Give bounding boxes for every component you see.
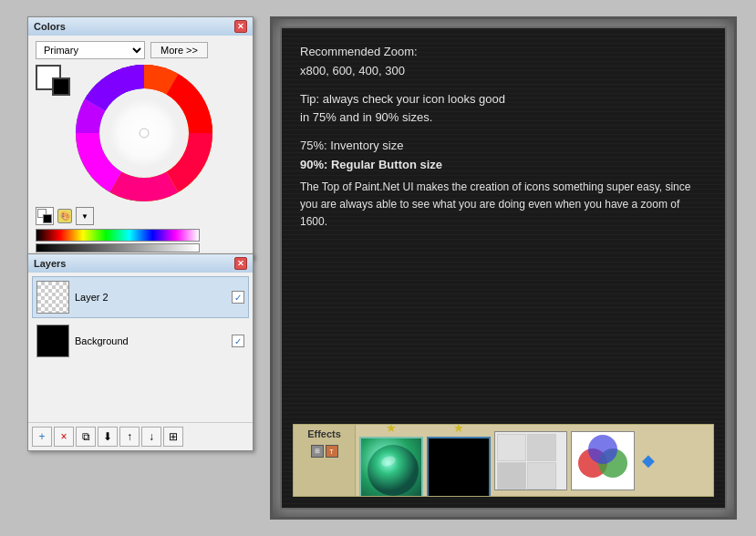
fx-grid-icon: ⊞: [311, 445, 324, 458]
layer-2-name: Layer 2: [75, 292, 226, 303]
colors-close-button[interactable]: ✕: [234, 20, 247, 33]
effects-label: Effects: [307, 428, 341, 439]
layer-bg-thumbnail: [36, 325, 69, 357]
green-orb-image: [359, 437, 423, 498]
color-picker-icon[interactable]: 🎨: [57, 209, 72, 223]
layer-2-thumbnail: [36, 281, 69, 314]
svg-point-4: [368, 445, 419, 496]
colors-content: Primary More >>: [28, 36, 253, 258]
small-panels-image: [494, 431, 567, 490]
duplicate-layer-button[interactable]: ⧉: [76, 427, 96, 447]
bottom-controls: 🎨 ▼: [36, 207, 245, 225]
svg-point-1: [109, 98, 179, 168]
layers-empty-area: [32, 364, 249, 418]
primary-color-select[interactable]: Primary: [36, 41, 145, 59]
black-white-reset[interactable]: [36, 207, 54, 225]
color-wheel-area: [36, 65, 245, 201]
merge-layer-button[interactable]: ⬇: [98, 427, 118, 447]
description-text: The Top of Paint.Net UI makes the creati…: [300, 179, 707, 232]
layers-panel: Layers ✕ Layer 2 ✓ Background ✓ + × ⧉ ⬇ …: [27, 253, 254, 451]
color-circles-image: [571, 431, 635, 490]
color-wheel-svg[interactable]: [76, 65, 212, 201]
layers-titlebar: Layers ✕: [28, 254, 253, 273]
canvas-inner: Recommended Zoom: x800, 600, 400, 300 Ti…: [280, 26, 727, 510]
move-layer-up-button[interactable]: ↑: [119, 427, 140, 447]
diamond-area: ◆: [638, 450, 655, 470]
delete-layer-button[interactable]: ×: [54, 427, 74, 447]
layer-background[interactable]: Background ✓: [32, 320, 249, 362]
more-button[interactable]: More >>: [150, 42, 208, 58]
effects-label-area: Effects ⊞ T: [294, 425, 356, 496]
layer-properties-button[interactable]: ⊞: [163, 427, 183, 447]
main-canvas: Recommended Zoom: x800, 600, 400, 300 Ti…: [270, 16, 737, 520]
layer-item-2[interactable]: Layer 2 ✓: [32, 276, 249, 318]
black-square-image: [427, 437, 491, 498]
layer-2-visibility[interactable]: ✓: [232, 291, 244, 304]
size-info: 75%: Inventory size 90%: Regular Button …: [300, 137, 707, 175]
color-wheel[interactable]: [76, 65, 212, 201]
svg-point-8: [588, 435, 617, 464]
fx-brush-icon: T: [326, 445, 338, 458]
color-swatches: [36, 65, 68, 101]
layers-close-button[interactable]: ✕: [234, 257, 247, 270]
colors-top-row: Primary More >>: [36, 41, 245, 59]
colors-panel: Colors ✕ Primary More >>: [27, 16, 254, 259]
star-icon-1: ★: [386, 424, 397, 435]
layers-toolbar: + × ⧉ ⬇ ↑ ↓ ⊞: [28, 422, 253, 450]
rainbow-strip[interactable]: [36, 229, 245, 253]
add-layer-button[interactable]: +: [32, 427, 52, 447]
diamond-icon: ◆: [642, 450, 655, 470]
zoom-info: Recommended Zoom: x800, 600, 400, 300: [300, 43, 707, 81]
star-icon-2: ★: [453, 424, 464, 435]
effects-strip: Effects ⊞ T ★: [293, 424, 714, 497]
effects-icons-row: ⊞ T: [311, 445, 338, 458]
layers-title: Layers: [34, 258, 66, 269]
move-layer-down-button[interactable]: ↓: [141, 427, 161, 447]
effects-images: ★: [356, 425, 713, 496]
layer-bg-visibility[interactable]: ✓: [232, 335, 244, 347]
layers-content: Layer 2 ✓ Background ✓: [28, 273, 253, 422]
layer-bg-name: Background: [75, 335, 226, 346]
colors-titlebar: Colors ✕: [28, 17, 253, 36]
tip-info: Tip: always check your icon looks good i…: [300, 90, 707, 129]
secondary-swatch[interactable]: [52, 77, 70, 96]
colors-title: Colors: [34, 21, 66, 32]
chevron-down-icon[interactable]: ▼: [76, 207, 94, 225]
